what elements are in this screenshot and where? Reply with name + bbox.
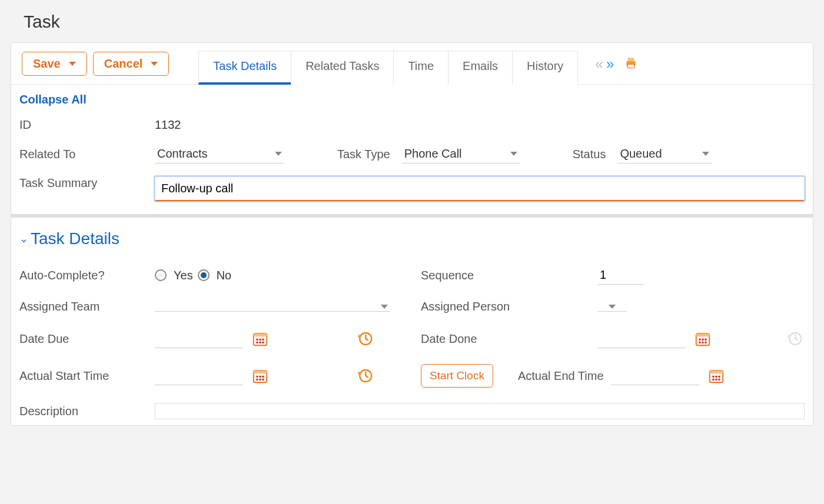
field-actual-end: Start Clock Actual End Time [421,364,805,388]
field-sequence: Sequence [421,266,805,285]
svg-point-14 [699,338,701,341]
radio-yes[interactable] [155,269,167,281]
tab-history[interactable]: History [512,51,578,85]
related-to-value: Contracts [157,147,208,161]
svg-point-6 [259,338,261,341]
clock-history-icon[interactable] [785,329,805,349]
collapse-all-link[interactable]: Collapse All [19,93,87,106]
calendar-icon[interactable] [250,329,270,349]
svg-point-24 [259,375,261,378]
svg-rect-4 [254,333,267,336]
task-summary-input[interactable] [155,176,805,201]
svg-point-7 [262,338,264,341]
status-select[interactable]: Queued [617,145,712,163]
toolbar: Save Cancel Task Details Related Tasks T… [11,43,813,85]
row-id: ID 1132 [19,118,805,132]
status-label: Status [573,148,606,161]
clock-history-icon[interactable] [355,329,375,349]
description-input[interactable] [155,403,805,419]
calendar-icon[interactable] [693,329,713,349]
field-assigned-team: Assigned Team [19,300,403,313]
svg-point-33 [715,375,717,378]
tab-emails[interactable]: Emails [448,51,513,85]
chevron-down-icon [702,152,709,156]
print-icon[interactable] [623,55,639,74]
field-auto-complete: Auto-Complete? Yes No [19,266,403,285]
assigned-person-select[interactable] [597,302,627,312]
svg-point-17 [699,341,701,343]
svg-rect-1 [628,58,634,61]
svg-point-25 [262,375,264,378]
svg-point-26 [256,378,258,380]
chevron-down-icon [381,305,388,309]
field-date-done: Date Done [421,329,805,349]
svg-point-32 [712,375,715,378]
svg-rect-13 [696,333,710,336]
caret-down-icon [151,62,158,66]
section-title: Task Details [31,229,119,248]
auto-complete-label: Auto-Complete? [19,269,143,282]
detail-grid: Auto-Complete? Yes No Sequence Assigned … [19,266,805,419]
date-done-label: Date Done [421,332,586,346]
id-label: ID [19,118,143,132]
tab-scroll: « » [595,56,614,72]
actual-end-input[interactable] [611,366,699,385]
svg-point-34 [718,375,720,378]
task-type-select[interactable]: Phone Call [402,145,520,163]
radio-no-label: No [217,269,232,282]
tab-task-details[interactable]: Task Details [198,51,291,85]
content: Collapse All ID 1132 Related To Contract… [11,85,813,425]
actual-end-label: Actual End Time [518,369,604,383]
save-button[interactable]: Save [22,52,87,76]
svg-point-36 [715,378,717,380]
assigned-person-label: Assigned Person [421,300,586,313]
task-type-label: Task Type [337,148,390,161]
tab-time[interactable]: Time [393,51,448,85]
id-value: 1132 [155,118,181,132]
svg-point-15 [702,338,704,341]
svg-point-28 [262,378,264,380]
clock-history-icon[interactable] [355,366,375,386]
cancel-button[interactable]: Cancel [93,52,170,76]
related-to-label: Related To [19,148,143,161]
task-summary-label: Task Summary [19,176,143,201]
related-to-select[interactable]: Contracts [155,145,284,163]
calendar-icon[interactable] [250,366,270,386]
auto-complete-radio-group: Yes No [155,269,231,282]
svg-point-5 [256,338,258,341]
chevron-down-icon [275,152,282,156]
divider [11,214,813,218]
tab-related-tasks[interactable]: Related Tasks [291,51,394,85]
svg-rect-31 [709,371,723,373]
date-done-input[interactable] [597,329,686,348]
date-due-label: Date Due [19,332,143,346]
tab-bar: Task Details Related Tasks Time Emails H… [198,50,577,84]
sequence-label: Sequence [421,269,586,282]
page-title: Task [0,0,824,38]
chevron-left-icon[interactable]: « [595,56,603,72]
caret-down-icon [69,62,76,66]
start-clock-button[interactable]: Start Clock [421,364,493,388]
svg-rect-22 [254,371,267,373]
svg-point-9 [259,341,261,343]
actual-start-label: Actual Start Time [19,369,143,383]
svg-point-37 [718,378,720,380]
field-date-due: Date Due [19,329,403,349]
assigned-team-select[interactable] [155,302,390,312]
field-description: Description [19,403,805,419]
chevron-right-icon[interactable]: » [606,56,614,72]
sequence-input[interactable] [597,266,644,285]
svg-point-27 [259,378,261,380]
section-header-task-details[interactable]: ⌄ Task Details [19,229,805,248]
chevron-down-icon [609,305,616,309]
calendar-icon[interactable] [706,366,726,386]
cancel-button-label: Cancel [104,57,143,71]
date-due-input[interactable] [155,329,243,348]
chevron-down-icon [510,152,517,156]
svg-rect-2 [628,64,634,68]
save-button-label: Save [33,57,61,71]
actual-start-input[interactable] [155,366,243,385]
radio-no[interactable] [198,269,210,281]
svg-point-19 [705,341,707,343]
field-actual-start: Actual Start Time [19,364,403,388]
